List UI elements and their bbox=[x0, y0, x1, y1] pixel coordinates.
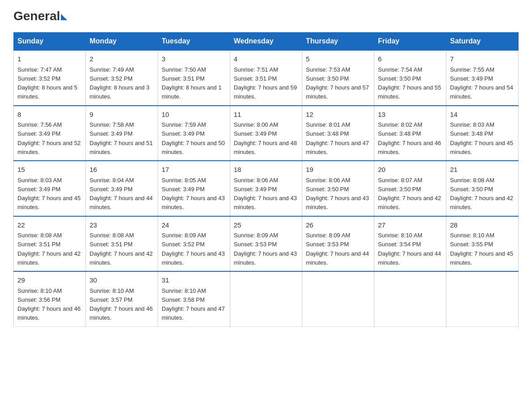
day-info: Sunrise: 7:49 AMSunset: 3:52 PMDaylight:… bbox=[90, 66, 150, 100]
calendar-cell: 23Sunrise: 8:08 AMSunset: 3:51 PMDayligh… bbox=[86, 216, 158, 272]
day-number: 5 bbox=[306, 54, 370, 64]
calendar-cell: 21Sunrise: 8:08 AMSunset: 3:50 PMDayligh… bbox=[446, 161, 519, 216]
day-number: 25 bbox=[234, 220, 298, 231]
day-info: Sunrise: 8:08 AMSunset: 3:51 PMDaylight:… bbox=[17, 232, 81, 266]
day-info: Sunrise: 8:06 AMSunset: 3:49 PMDaylight:… bbox=[234, 177, 297, 211]
day-number: 26 bbox=[306, 220, 370, 231]
day-number: 16 bbox=[90, 165, 154, 175]
weekday-header-saturday: Saturday bbox=[446, 33, 519, 51]
calendar-cell: 8Sunrise: 7:56 AMSunset: 3:49 PMDaylight… bbox=[14, 106, 86, 161]
day-info: Sunrise: 7:50 AMSunset: 3:51 PMDaylight:… bbox=[162, 66, 222, 100]
day-number: 28 bbox=[450, 220, 515, 231]
weekday-header-sunday: Sunday bbox=[14, 33, 86, 51]
calendar-cell: 26Sunrise: 8:09 AMSunset: 3:53 PMDayligh… bbox=[302, 216, 374, 272]
weekday-header-row: SundayMondayTuesdayWednesdayThursdayFrid… bbox=[14, 33, 519, 51]
day-info: Sunrise: 8:02 AMSunset: 3:48 PMDaylight:… bbox=[378, 121, 441, 155]
calendar-cell: 15Sunrise: 8:03 AMSunset: 3:49 PMDayligh… bbox=[14, 161, 86, 216]
logo-general-text: General bbox=[13, 9, 60, 23]
day-info: Sunrise: 7:58 AMSunset: 3:49 PMDaylight:… bbox=[90, 121, 153, 155]
calendar-cell: 24Sunrise: 8:09 AMSunset: 3:52 PMDayligh… bbox=[158, 216, 230, 272]
day-info: Sunrise: 8:09 AMSunset: 3:52 PMDaylight:… bbox=[162, 232, 225, 266]
day-info: Sunrise: 8:08 AMSunset: 3:50 PMDaylight:… bbox=[450, 177, 513, 211]
calendar-cell: 25Sunrise: 8:09 AMSunset: 3:53 PMDayligh… bbox=[230, 216, 302, 272]
calendar-week-row: 29Sunrise: 8:10 AMSunset: 3:56 PMDayligh… bbox=[14, 271, 519, 326]
day-number: 18 bbox=[234, 165, 298, 175]
calendar-cell: 20Sunrise: 8:07 AMSunset: 3:50 PMDayligh… bbox=[374, 161, 446, 216]
day-number: 6 bbox=[378, 54, 442, 64]
day-info: Sunrise: 8:09 AMSunset: 3:53 PMDaylight:… bbox=[306, 232, 369, 266]
day-info: Sunrise: 8:05 AMSunset: 3:49 PMDaylight:… bbox=[162, 177, 225, 211]
calendar-cell: 28Sunrise: 8:10 AMSunset: 3:55 PMDayligh… bbox=[446, 216, 519, 272]
day-number: 24 bbox=[162, 220, 226, 231]
calendar-cell: 11Sunrise: 8:00 AMSunset: 3:49 PMDayligh… bbox=[230, 106, 302, 161]
day-info: Sunrise: 8:04 AMSunset: 3:49 PMDaylight:… bbox=[90, 177, 153, 211]
day-info: Sunrise: 8:10 AMSunset: 3:55 PMDaylight:… bbox=[450, 232, 513, 266]
day-info: Sunrise: 8:01 AMSunset: 3:48 PMDaylight:… bbox=[306, 121, 369, 155]
calendar-cell: 19Sunrise: 8:06 AMSunset: 3:50 PMDayligh… bbox=[302, 161, 374, 216]
weekday-header-friday: Friday bbox=[374, 33, 446, 51]
day-number: 4 bbox=[234, 54, 298, 64]
logo: General bbox=[13, 9, 67, 23]
day-info: Sunrise: 8:10 AMSunset: 3:58 PMDaylight:… bbox=[162, 287, 225, 321]
day-info: Sunrise: 8:03 AMSunset: 3:48 PMDaylight:… bbox=[450, 121, 513, 155]
calendar-week-row: 1Sunrise: 7:47 AMSunset: 3:52 PMDaylight… bbox=[14, 50, 519, 106]
day-info: Sunrise: 8:00 AMSunset: 3:49 PMDaylight:… bbox=[234, 121, 297, 155]
day-info: Sunrise: 7:56 AMSunset: 3:49 PMDaylight:… bbox=[17, 121, 81, 155]
day-info: Sunrise: 8:10 AMSunset: 3:56 PMDaylight:… bbox=[17, 287, 81, 321]
calendar-cell: 22Sunrise: 8:08 AMSunset: 3:51 PMDayligh… bbox=[14, 216, 86, 272]
calendar-cell: 9Sunrise: 7:58 AMSunset: 3:49 PMDaylight… bbox=[86, 106, 158, 161]
calendar-cell: 30Sunrise: 8:10 AMSunset: 3:57 PMDayligh… bbox=[86, 271, 158, 326]
day-number: 13 bbox=[378, 110, 442, 120]
calendar-cell: 27Sunrise: 8:10 AMSunset: 3:54 PMDayligh… bbox=[374, 216, 446, 272]
calendar-cell: 5Sunrise: 7:53 AMSunset: 3:50 PMDaylight… bbox=[302, 50, 374, 106]
calendar-cell: 13Sunrise: 8:02 AMSunset: 3:48 PMDayligh… bbox=[374, 106, 446, 161]
day-number: 21 bbox=[450, 165, 515, 175]
calendar-week-row: 8Sunrise: 7:56 AMSunset: 3:49 PMDaylight… bbox=[14, 106, 519, 161]
day-number: 20 bbox=[378, 165, 442, 175]
calendar-cell bbox=[446, 271, 519, 326]
calendar-cell: 31Sunrise: 8:10 AMSunset: 3:58 PMDayligh… bbox=[158, 271, 230, 326]
day-info: Sunrise: 7:53 AMSunset: 3:50 PMDaylight:… bbox=[306, 66, 369, 100]
calendar-cell: 2Sunrise: 7:49 AMSunset: 3:52 PMDaylight… bbox=[86, 50, 158, 106]
calendar-cell: 12Sunrise: 8:01 AMSunset: 3:48 PMDayligh… bbox=[302, 106, 374, 161]
day-number: 1 bbox=[17, 54, 82, 64]
day-info: Sunrise: 8:07 AMSunset: 3:50 PMDaylight:… bbox=[378, 177, 441, 211]
weekday-header-monday: Monday bbox=[86, 33, 158, 51]
calendar-week-row: 15Sunrise: 8:03 AMSunset: 3:49 PMDayligh… bbox=[14, 161, 519, 216]
calendar-header: SundayMondayTuesdayWednesdayThursdayFrid… bbox=[14, 33, 519, 51]
day-number: 2 bbox=[90, 54, 154, 64]
day-number: 10 bbox=[162, 110, 226, 120]
day-info: Sunrise: 7:59 AMSunset: 3:49 PMDaylight:… bbox=[162, 121, 225, 155]
day-info: Sunrise: 8:09 AMSunset: 3:53 PMDaylight:… bbox=[234, 232, 297, 266]
day-info: Sunrise: 7:54 AMSunset: 3:50 PMDaylight:… bbox=[378, 66, 441, 100]
day-number: 29 bbox=[17, 275, 82, 286]
weekday-header-wednesday: Wednesday bbox=[230, 33, 302, 51]
day-number: 31 bbox=[162, 275, 226, 286]
day-info: Sunrise: 8:08 AMSunset: 3:51 PMDaylight:… bbox=[90, 232, 153, 266]
day-number: 17 bbox=[162, 165, 226, 175]
calendar-cell bbox=[230, 271, 302, 326]
day-info: Sunrise: 8:10 AMSunset: 3:54 PMDaylight:… bbox=[378, 232, 441, 266]
weekday-header-thursday: Thursday bbox=[302, 33, 374, 51]
day-info: Sunrise: 7:51 AMSunset: 3:51 PMDaylight:… bbox=[234, 66, 297, 100]
logo-arrow-icon bbox=[61, 14, 67, 20]
day-number: 23 bbox=[90, 220, 154, 231]
day-number: 11 bbox=[234, 110, 298, 120]
calendar-cell: 29Sunrise: 8:10 AMSunset: 3:56 PMDayligh… bbox=[14, 271, 86, 326]
day-number: 12 bbox=[306, 110, 370, 120]
calendar-cell bbox=[302, 271, 374, 326]
day-number: 30 bbox=[90, 275, 154, 286]
day-number: 14 bbox=[450, 110, 515, 120]
calendar-cell: 7Sunrise: 7:55 AMSunset: 3:49 PMDaylight… bbox=[446, 50, 519, 106]
day-info: Sunrise: 8:03 AMSunset: 3:49 PMDaylight:… bbox=[17, 177, 81, 211]
calendar-table: SundayMondayTuesdayWednesdayThursdayFrid… bbox=[13, 32, 519, 327]
day-info: Sunrise: 7:55 AMSunset: 3:49 PMDaylight:… bbox=[450, 66, 513, 100]
weekday-header-tuesday: Tuesday bbox=[158, 33, 230, 51]
calendar-cell: 17Sunrise: 8:05 AMSunset: 3:49 PMDayligh… bbox=[158, 161, 230, 216]
day-info: Sunrise: 8:10 AMSunset: 3:57 PMDaylight:… bbox=[90, 287, 153, 321]
day-number: 22 bbox=[17, 220, 82, 231]
calendar-cell bbox=[374, 271, 446, 326]
calendar-cell: 1Sunrise: 7:47 AMSunset: 3:52 PMDaylight… bbox=[14, 50, 86, 106]
calendar-cell: 6Sunrise: 7:54 AMSunset: 3:50 PMDaylight… bbox=[374, 50, 446, 106]
day-number: 3 bbox=[162, 54, 226, 64]
